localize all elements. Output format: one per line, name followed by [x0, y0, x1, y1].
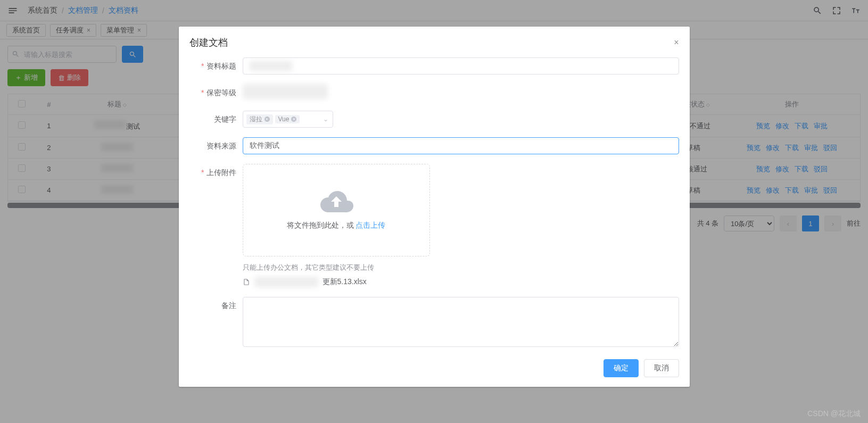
label-secret: 保密等级 — [206, 88, 236, 97]
dialog-title: 创建文档 — [189, 36, 228, 49]
secret-select[interactable] — [243, 84, 328, 99]
keywords-select[interactable]: 湿拉× Vue× ⌄ — [243, 111, 333, 128]
close-icon[interactable]: × — [674, 38, 679, 47]
upload-text: 将文件拖到此处，或 — [287, 221, 356, 229]
tag-remove-icon[interactable]: × — [264, 117, 270, 122]
upload-link[interactable]: 点击上传 — [356, 221, 385, 229]
chevron-down-icon: ⌄ — [323, 115, 328, 123]
upload-cloud-icon — [319, 190, 354, 213]
title-input[interactable] — [243, 57, 679, 74]
source-input[interactable] — [243, 137, 679, 154]
label-title: 资料标题 — [206, 62, 236, 70]
label-source: 资料来源 — [206, 142, 236, 150]
create-doc-dialog: 创建文档 × *资料标题 *保密等级 关键字 湿拉× Vue× ⌄ 资料来源 — [179, 27, 690, 231]
tag-item[interactable]: 湿拉× — [246, 114, 273, 125]
tag-remove-icon[interactable]: × — [291, 117, 296, 122]
label-upload: 上传附件 — [206, 168, 236, 177]
label-keywords: 关键字 — [214, 115, 236, 123]
upload-dropzone[interactable]: 将文件拖到此处，或 点击上传 — [243, 164, 430, 231]
tag-item[interactable]: Vue× — [275, 115, 300, 123]
